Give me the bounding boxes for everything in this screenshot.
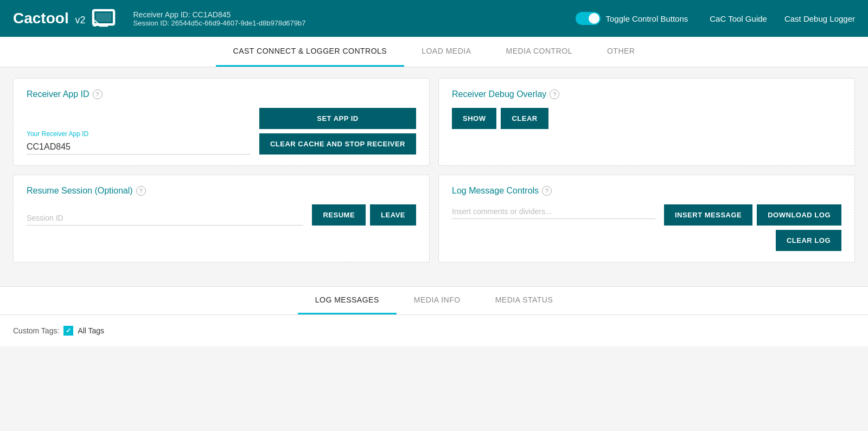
receiver-debug-overlay-card: Receiver Debug Overlay ? SHOW CLEAR xyxy=(438,78,855,166)
log-message-controls-title: Log Message Controls ? xyxy=(452,186,841,196)
toggle-control-buttons[interactable] xyxy=(576,12,601,25)
leave-button[interactable]: LEAVE xyxy=(370,204,416,226)
cards-row-1: Receiver App ID ? Your Receiver App ID S… xyxy=(13,78,855,166)
resume-button[interactable]: RESUME xyxy=(312,204,366,226)
log-message-controls-title-text: Log Message Controls xyxy=(452,186,539,196)
log-comment-input-area xyxy=(452,204,655,219)
tab-cast-connect[interactable]: CAST CONNECT & LOGGER CONTROLS xyxy=(216,37,405,67)
receiver-debug-overlay-title-text: Receiver Debug Overlay xyxy=(452,89,546,99)
log-controls-body: INSERT MESSAGE DOWNLOAD LOG CLEAR LOG xyxy=(452,204,841,251)
app-name: Cactool xyxy=(13,10,69,27)
receiver-app-id-card: Receiver App ID ? Your Receiver App ID S… xyxy=(13,78,430,166)
header: Cactool v2 Receiver App ID: CC1AD845 Ses… xyxy=(0,0,868,37)
cac-tool-guide-link[interactable]: CaC Tool Guide xyxy=(710,14,767,23)
all-tags-checkbox[interactable] xyxy=(63,326,73,336)
receiver-app-id-body: Your Receiver App ID SET APP ID CLEAR CA… xyxy=(27,108,416,155)
resume-session-help-icon[interactable]: ? xyxy=(136,186,146,196)
svg-rect-1 xyxy=(96,13,111,22)
clear-log-button[interactable]: CLEAR LOG xyxy=(776,230,841,251)
tab-other[interactable]: OTHER xyxy=(590,37,653,67)
cards-row-2: Resume Session (Optional) ? RESUME LEAVE… xyxy=(13,175,855,262)
main-tabs: CAST CONNECT & LOGGER CONTROLS LOAD MEDI… xyxy=(0,37,868,67)
custom-tags-label: Custom Tags: xyxy=(13,326,59,335)
header-session-id: Session ID: 26544d5c-66d9-4607-9de1-d8b9… xyxy=(133,19,575,27)
header-receiver-app-id: Receiver App ID: CC1AD845 xyxy=(133,10,575,19)
receiver-app-id-title-text: Receiver App ID xyxy=(27,89,90,99)
logo-text: Cactool v2 xyxy=(13,10,85,27)
receiver-app-id-help-icon[interactable]: ? xyxy=(93,89,103,99)
bottom-section: LOG MESSAGES MEDIA INFO MEDIA STATUS Cus… xyxy=(0,286,868,346)
insert-message-button[interactable]: INSERT MESSAGE xyxy=(664,204,752,226)
clear-cache-stop-receiver-button[interactable]: CLEAR CACHE AND STOP RECEIVER xyxy=(259,133,416,155)
receiver-app-id-input-area: Your Receiver App ID xyxy=(27,130,251,155)
log-message-controls-help-icon[interactable]: ? xyxy=(542,186,552,196)
app-version: v2 xyxy=(75,15,85,25)
log-buttons-row2: CLEAR LOG xyxy=(776,230,841,251)
tab-media-info[interactable]: MEDIA INFO xyxy=(397,287,478,314)
receiver-app-id-buttons: SET APP ID CLEAR CACHE AND STOP RECEIVER xyxy=(259,108,416,155)
resume-session-title: Resume Session (Optional) ? xyxy=(27,186,416,196)
clear-overlay-button[interactable]: CLEAR xyxy=(501,108,548,129)
resume-session-title-text: Resume Session (Optional) xyxy=(27,186,133,196)
main-content: Receiver App ID ? Your Receiver App ID S… xyxy=(0,67,868,282)
log-message-controls-card: Log Message Controls ? INSERT MESSAGE DO… xyxy=(438,175,855,262)
receiver-app-id-input[interactable] xyxy=(27,140,251,155)
session-id-input[interactable] xyxy=(27,211,303,226)
tab-log-messages[interactable]: LOG MESSAGES xyxy=(298,287,397,314)
show-overlay-button[interactable]: SHOW xyxy=(452,108,496,129)
receiver-debug-overlay-help-icon[interactable]: ? xyxy=(550,89,559,99)
toggle-label: Toggle Control Buttons xyxy=(606,14,688,23)
bottom-tabs: LOG MESSAGES MEDIA INFO MEDIA STATUS xyxy=(0,287,868,315)
toggle-area[interactable]: Toggle Control Buttons xyxy=(576,12,688,25)
resume-session-buttons: RESUME LEAVE xyxy=(312,204,416,226)
log-buttons-row1: INSERT MESSAGE DOWNLOAD LOG xyxy=(664,204,841,226)
resume-session-body: RESUME LEAVE xyxy=(27,204,416,226)
receiver-debug-overlay-buttons: SHOW CLEAR xyxy=(452,108,841,129)
tab-media-status[interactable]: MEDIA STATUS xyxy=(478,287,571,314)
download-log-button[interactable]: DOWNLOAD LOG xyxy=(757,204,841,226)
custom-tags-row: Custom Tags: All Tags xyxy=(13,326,855,336)
cast-debug-logger-link[interactable]: Cast Debug Logger xyxy=(784,14,855,23)
all-tags-label: All Tags xyxy=(78,326,104,335)
toggle-slider[interactable] xyxy=(576,12,601,25)
tab-load-media[interactable]: LOAD MEDIA xyxy=(404,37,488,67)
header-nav: CaC Tool Guide Cast Debug Logger xyxy=(710,14,855,23)
bottom-content: Custom Tags: All Tags xyxy=(0,315,868,346)
log-buttons: INSERT MESSAGE DOWNLOAD LOG CLEAR LOG xyxy=(664,204,841,251)
cast-icon xyxy=(92,9,116,28)
receiver-debug-overlay-title: Receiver Debug Overlay ? xyxy=(452,89,841,99)
header-info: Receiver App ID: CC1AD845 Session ID: 26… xyxy=(133,10,575,27)
receiver-app-id-title: Receiver App ID ? xyxy=(27,89,416,99)
receiver-app-id-input-label: Your Receiver App ID xyxy=(27,130,251,138)
logo-area: Cactool v2 xyxy=(13,9,116,28)
resume-session-card: Resume Session (Optional) ? RESUME LEAVE xyxy=(13,175,430,262)
set-app-id-button[interactable]: SET APP ID xyxy=(259,108,416,129)
tab-media-control[interactable]: MEDIA CONTROL xyxy=(489,37,590,67)
log-comment-input[interactable] xyxy=(452,204,655,219)
session-id-input-area xyxy=(27,211,303,226)
